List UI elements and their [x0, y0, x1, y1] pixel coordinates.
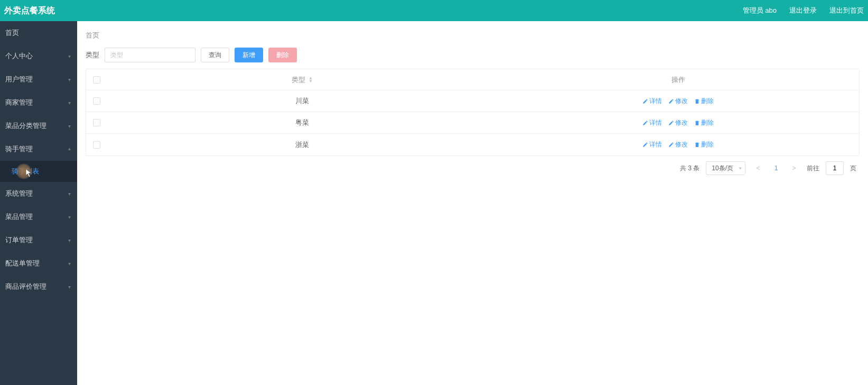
- delete-link[interactable]: 删除: [694, 97, 714, 106]
- edit-icon: [642, 142, 648, 148]
- sidebar-item-label: 首页: [5, 28, 19, 38]
- main-content: 首页 类型 查询 新增 删除 类型 ▲▼ 操作 川菜 详情: [77, 21, 868, 385]
- delete-link[interactable]: 删除: [694, 118, 714, 127]
- sidebar-item-label: 个人中心: [5, 51, 33, 61]
- page-size-value: 10条/页: [712, 164, 733, 173]
- sidebar-item-home[interactable]: 首页: [0, 21, 77, 44]
- sidebar-item-delivery[interactable]: 配送单管理 ▾: [0, 252, 77, 275]
- prev-page[interactable]: <: [752, 164, 764, 172]
- trash-icon: [694, 142, 700, 148]
- detail-link[interactable]: 详情: [642, 118, 662, 127]
- app-header: 外卖点餐系统 管理员 abo 退出登录 退出到首页: [0, 0, 868, 21]
- select-all-checkbox[interactable]: [93, 76, 100, 84]
- sidebar-item-label: 骑手列表: [12, 167, 39, 176]
- sidebar-item-label: 菜品管理: [5, 212, 33, 222]
- goto-label: 前往: [807, 164, 819, 173]
- chevron-down-icon: ▾: [68, 53, 71, 59]
- page-size-select[interactable]: 10条/页 ▾: [706, 161, 745, 175]
- chevron-down-icon: ▾: [68, 214, 71, 220]
- chevron-down-icon: ▾: [68, 100, 71, 106]
- table-row: 川菜 详情 修改 删除: [86, 90, 859, 112]
- sidebar-subitem-rider-list[interactable]: 骑手列表: [0, 161, 77, 182]
- detail-link[interactable]: 详情: [642, 97, 662, 106]
- edit-icon: [668, 142, 674, 148]
- sidebar-item-label: 菜品分类管理: [5, 121, 46, 131]
- sidebar-item-label: 配送单管理: [5, 259, 40, 268]
- app-title: 外卖点餐系统: [4, 5, 55, 16]
- table-row: 粤菜 详情 修改 删除: [86, 112, 859, 134]
- data-table: 类型 ▲▼ 操作 川菜 详情 修改 删除 粤菜 详情 修改: [86, 69, 860, 156]
- column-header-actions: 操作: [671, 75, 685, 85]
- sidebar: 首页 个人中心 ▾ 用户管理 ▾ 商家管理 ▾ 菜品分类管理 ▾ 骑手管理 ▾ …: [0, 21, 77, 385]
- search-button[interactable]: 查询: [201, 48, 229, 62]
- detail-link[interactable]: 详情: [642, 140, 662, 149]
- edit-icon: [642, 120, 648, 126]
- delete-link[interactable]: 删除: [694, 140, 714, 149]
- add-button[interactable]: 新增: [235, 48, 263, 62]
- header-user[interactable]: 管理员 abo: [743, 6, 777, 15]
- trash-icon: [694, 120, 700, 126]
- sidebar-item-merchants[interactable]: 商家管理 ▾: [0, 91, 77, 114]
- sidebar-item-label: 订单管理: [5, 235, 33, 245]
- pagination: 共 3 条 10条/页 ▾ < 1 > 前往 页: [77, 156, 868, 180]
- sidebar-item-riders[interactable]: 骑手管理 ▾: [0, 138, 77, 161]
- breadcrumb: 首页: [77, 21, 868, 48]
- logout-link[interactable]: 退出登录: [789, 6, 817, 15]
- chevron-down-icon: ▾: [68, 191, 71, 197]
- chevron-down-icon: ▾: [68, 237, 71, 243]
- sidebar-item-label: 用户管理: [5, 75, 33, 84]
- edit-icon: [668, 98, 674, 104]
- goto-input[interactable]: [826, 161, 844, 175]
- edit-link[interactable]: 修改: [668, 118, 688, 127]
- sidebar-item-label: 商品评价管理: [5, 282, 46, 291]
- edit-icon: [668, 120, 674, 126]
- edit-link[interactable]: 修改: [668, 140, 688, 149]
- edit-icon: [642, 98, 648, 104]
- sidebar-item-personal[interactable]: 个人中心 ▾: [0, 44, 77, 68]
- filter-bar: 类型 查询 新增 删除: [77, 48, 868, 69]
- chevron-down-icon: ▾: [739, 166, 742, 171]
- cell-type: 川菜: [295, 96, 309, 106]
- table-row: 浙菜 详情 修改 删除: [86, 134, 859, 155]
- cell-type: 粤菜: [295, 118, 309, 127]
- sort-icon[interactable]: ▲▼: [309, 77, 313, 83]
- column-header-type[interactable]: 类型: [292, 75, 305, 85]
- table-header-row: 类型 ▲▼ 操作: [86, 69, 859, 90]
- chevron-down-icon: ▾: [68, 261, 71, 267]
- row-checkbox[interactable]: [93, 119, 100, 126]
- next-page[interactable]: >: [788, 164, 800, 172]
- sidebar-item-system[interactable]: 系统管理 ▾: [0, 182, 77, 205]
- sidebar-item-users[interactable]: 用户管理 ▾: [0, 68, 77, 91]
- chevron-down-icon: ▾: [68, 284, 71, 290]
- goto-suffix: 页: [850, 164, 856, 173]
- sidebar-item-label: 商家管理: [5, 98, 33, 107]
- cell-type: 浙菜: [295, 140, 309, 150]
- chevron-down-icon: ▾: [68, 123, 71, 129]
- type-filter-input[interactable]: [105, 48, 195, 62]
- edit-link[interactable]: 修改: [668, 97, 688, 106]
- exit-home-link[interactable]: 退出到首页: [829, 6, 864, 15]
- sidebar-item-dishes[interactable]: 菜品管理 ▾: [0, 205, 77, 228]
- delete-button[interactable]: 删除: [268, 48, 297, 62]
- sidebar-item-orders[interactable]: 订单管理 ▾: [0, 228, 77, 252]
- row-checkbox[interactable]: [93, 141, 100, 149]
- trash-icon: [694, 98, 700, 104]
- filter-label: 类型: [86, 50, 99, 60]
- row-checkbox[interactable]: [93, 97, 100, 105]
- sidebar-item-reviews[interactable]: 商品评价管理 ▾: [0, 275, 77, 298]
- chevron-down-icon: ▾: [68, 77, 71, 82]
- chevron-up-icon: ▾: [68, 146, 71, 152]
- sidebar-item-label: 骑手管理: [5, 144, 33, 154]
- page-number[interactable]: 1: [771, 164, 781, 172]
- pagination-total: 共 3 条: [680, 164, 699, 173]
- sidebar-item-label: 系统管理: [5, 189, 33, 198]
- sidebar-item-dish-category[interactable]: 菜品分类管理 ▾: [0, 114, 77, 138]
